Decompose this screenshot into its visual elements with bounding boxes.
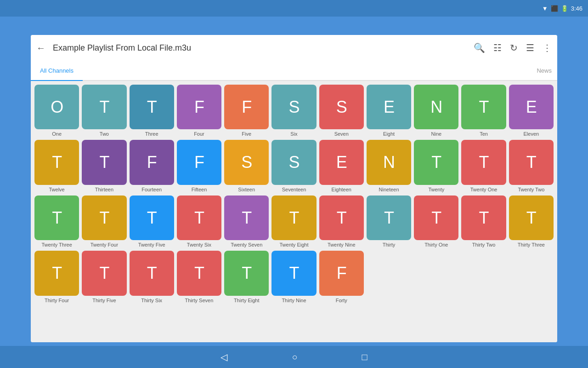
channel-item[interactable]: TThirty Nine	[271, 251, 316, 303]
channel-item[interactable]: TThirty One	[414, 196, 458, 248]
channel-label: One	[52, 131, 62, 137]
channel-tile: S	[224, 140, 269, 184]
channel-label: Nineteen	[379, 187, 399, 193]
channel-item[interactable]: TThirty Seven	[177, 251, 221, 303]
channel-tile: T	[461, 196, 506, 240]
channel-item[interactable]: TThirty Two	[461, 196, 506, 248]
channel-tile: T	[271, 251, 316, 295]
channel-tile: S	[271, 140, 316, 184]
channel-item[interactable]: FFour	[177, 85, 221, 137]
channel-label: Twenty Four	[90, 242, 119, 248]
channel-label: Seven	[334, 131, 349, 137]
channel-item[interactable]: EEleven	[509, 85, 554, 137]
channel-item[interactable]: TThirty	[367, 196, 411, 248]
channel-item[interactable]: FFourteen	[130, 140, 174, 192]
channel-item[interactable]: FFive	[224, 85, 269, 137]
channel-tile: T	[509, 140, 554, 184]
channel-item[interactable]: TTwenty Two	[509, 140, 554, 192]
time-display: 3:46	[571, 5, 582, 12]
nav-back-button[interactable]: ◁	[220, 351, 227, 362]
channel-item[interactable]: TThirty Six	[130, 251, 174, 303]
app-bar-actions: 🔍 ☷ ↻ ☰ ⋮	[474, 42, 552, 53]
tab-all-channels[interactable]: All Channels	[31, 61, 83, 81]
channel-tile: T	[34, 140, 79, 184]
channel-item[interactable]: SSeven	[319, 85, 364, 137]
channel-item[interactable]: TTwenty One	[461, 140, 506, 192]
back-button[interactable]: ←	[36, 43, 45, 53]
list-view-icon[interactable]: ☷	[493, 42, 502, 53]
channel-tile: F	[224, 85, 269, 129]
channel-tile: E	[319, 140, 364, 184]
channel-item[interactable]: TTwenty Six	[177, 196, 221, 248]
channel-item[interactable]: TTwenty	[414, 140, 458, 192]
channel-tile: T	[177, 196, 221, 240]
channel-tile: N	[414, 85, 458, 129]
channel-item[interactable]: TThirty Three	[509, 196, 554, 248]
nav-recents-button[interactable]: □	[362, 352, 368, 362]
channel-tile: F	[177, 85, 221, 129]
tab-news[interactable]: News	[531, 61, 557, 80]
channel-label: Twenty Six	[187, 242, 211, 248]
channel-label: Six	[290, 131, 297, 137]
channel-item[interactable]: FFifteen	[177, 140, 221, 192]
channel-label: Thirty Five	[92, 298, 116, 304]
channel-label: Fifteen	[192, 187, 207, 193]
channel-label: Five	[242, 131, 251, 137]
channel-tile: S	[319, 85, 364, 129]
channel-item[interactable]: TTwenty Three	[34, 196, 79, 248]
channel-item[interactable]: TTwelve	[34, 140, 79, 192]
channel-label: Forty	[336, 298, 347, 304]
channel-label: Twelve	[49, 187, 65, 193]
channel-item[interactable]: EEighteen	[319, 140, 364, 192]
channel-item[interactable]: NNineteen	[367, 140, 411, 192]
channel-label: Seventeen	[282, 187, 306, 193]
filter-icon[interactable]: ☰	[526, 42, 534, 53]
channel-item[interactable]: TTen	[461, 85, 506, 137]
status-bar: ▼ ⬛ 🔋 3:46	[0, 0, 588, 17]
channel-tile: T	[414, 140, 458, 184]
channel-item[interactable]: TTwo	[82, 85, 126, 137]
channel-item[interactable]: TTwenty Seven	[224, 196, 269, 248]
channel-item[interactable]: TThirty Eight	[224, 251, 269, 303]
channel-label: Eighteen	[332, 187, 351, 193]
channel-label: Twenty Eight	[280, 242, 309, 248]
channel-item[interactable]: TTwenty Eight	[271, 196, 316, 248]
channel-label: Eight	[383, 131, 395, 137]
channel-item[interactable]: SSeventeen	[271, 140, 316, 192]
channel-label: Four	[194, 131, 204, 137]
refresh-icon[interactable]: ↻	[510, 42, 518, 53]
nav-home-button[interactable]: ○	[292, 352, 297, 362]
more-icon[interactable]: ⋮	[543, 42, 552, 53]
channel-grid: OOneTTwoTThreeFFourFFiveSSixSSevenEEight…	[34, 85, 554, 304]
signal-icon: ⬛	[551, 5, 558, 12]
channel-item[interactable]: FForty	[319, 251, 364, 303]
channel-item[interactable]: TTwenty Five	[130, 196, 174, 248]
channel-label: Twenty Two	[518, 187, 544, 193]
channel-label: Thirteen	[95, 187, 113, 193]
channel-item[interactable]: TThree	[130, 85, 174, 137]
channel-tile: F	[319, 251, 364, 295]
channel-item[interactable]: SSixteen	[224, 140, 269, 192]
search-icon[interactable]: 🔍	[474, 42, 485, 53]
channel-tile: T	[130, 196, 174, 240]
channel-item[interactable]: EEight	[367, 85, 411, 137]
channel-item[interactable]: TThirty Five	[82, 251, 126, 303]
channel-label: Twenty Seven	[231, 242, 262, 248]
channel-tile: F	[177, 140, 221, 184]
channel-item[interactable]: TThirty Four	[34, 251, 79, 303]
channel-item[interactable]: TTwenty Nine	[319, 196, 364, 248]
channel-tile: T	[34, 196, 79, 240]
channel-label: Thirty Nine	[282, 298, 306, 304]
wifi-icon: ▼	[542, 5, 548, 12]
channel-item[interactable]: TTwenty Four	[82, 196, 126, 248]
channel-label: Ten	[480, 131, 488, 137]
channel-item[interactable]: SSix	[271, 85, 316, 137]
channel-tile: E	[367, 85, 411, 129]
channel-item[interactable]: NNine	[414, 85, 458, 137]
channel-tile: N	[367, 140, 411, 184]
channel-item[interactable]: OOne	[34, 85, 79, 137]
channel-item[interactable]: TThirteen	[82, 140, 126, 192]
channel-grid-area: OOneTTwoTThreeFFourFFiveSSixSSevenEEight…	[31, 81, 557, 342]
channel-tile: T	[82, 140, 126, 184]
channel-label: Thirty One	[424, 242, 448, 248]
